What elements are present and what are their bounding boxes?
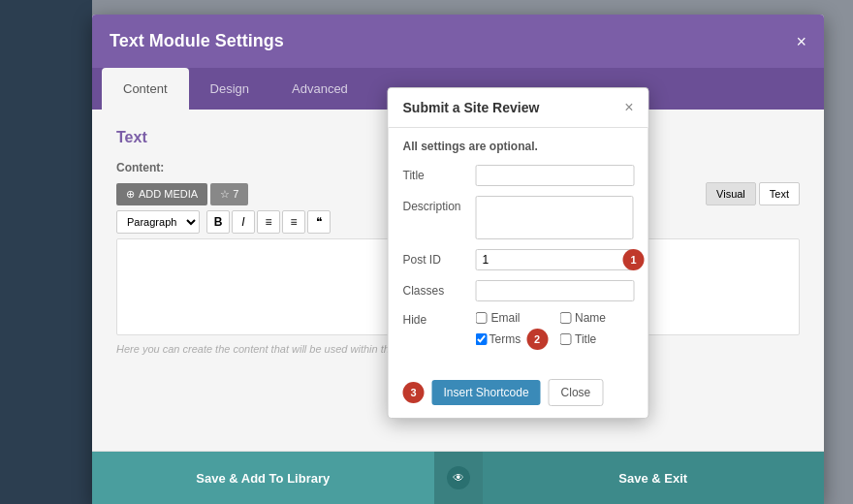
classes-field-row: Classes: [403, 280, 634, 301]
title-field-row: Title: [403, 165, 634, 186]
name-checkbox-label[interactable]: Name: [559, 311, 634, 325]
email-checkbox-label[interactable]: Email: [476, 311, 551, 325]
save-library-button[interactable]: Save & Add To Library: [92, 452, 434, 504]
bold-button[interactable]: B: [206, 210, 230, 234]
post-id-field-label: Post ID: [403, 249, 476, 267]
title-hide-checkbox[interactable]: [559, 333, 571, 345]
modal-close-button[interactable]: ×: [796, 33, 806, 50]
review-optional-text: All settings are optional.: [403, 140, 634, 153]
insert-shortcode-button[interactable]: Insert Shortcode: [432, 380, 541, 405]
footer-divider: 👁: [434, 452, 483, 504]
review-dialog-body: All settings are optional. Title Descrip…: [389, 128, 648, 371]
post-id-wrapper: 1: [476, 249, 634, 270]
review-dialog-close-button[interactable]: ×: [624, 100, 633, 115]
review-dialog-footer: 3 Insert Shortcode Close: [389, 371, 648, 418]
add-media-button[interactable]: ⊕ ADD MEDIA: [116, 183, 207, 205]
classes-input[interactable]: [476, 280, 635, 301]
description-input[interactable]: [476, 196, 634, 239]
align-button[interactable]: ≡: [257, 210, 280, 234]
paragraph-select[interactable]: Paragraph: [116, 210, 200, 234]
review-dialog-close-btn[interactable]: Close: [549, 379, 604, 406]
review-dialog: Submit a Site Review × All settings are …: [388, 87, 649, 419]
side-panel-left: [0, 0, 92, 504]
save-exit-button[interactable]: Save & Exit: [483, 452, 825, 504]
tab-design[interactable]: Design: [189, 68, 270, 110]
review-dialog-header: Submit a Site Review ×: [389, 88, 648, 128]
badge-3: 3: [403, 382, 425, 403]
badge-1: 1: [623, 249, 645, 270]
visual-view-button[interactable]: Visual: [706, 182, 756, 205]
description-field-row: Description: [403, 196, 634, 239]
title-input[interactable]: [476, 165, 635, 186]
post-id-field-row: Post ID 1: [403, 249, 634, 270]
modal-footer: Save & Add To Library 👁 Save & Exit: [92, 451, 824, 504]
list-button[interactable]: ≡: [282, 210, 305, 234]
tab-advanced[interactable]: Advanced: [270, 68, 369, 110]
star-button[interactable]: ☆ 7: [210, 183, 248, 205]
terms-checkbox[interactable]: [476, 333, 488, 345]
review-dialog-title: Submit a Site Review: [403, 100, 540, 115]
classes-field-label: Classes: [403, 280, 476, 298]
description-field-label: Description: [403, 196, 476, 213]
modal-header: Text Module Settings ×: [92, 15, 824, 68]
terms-checkbox-label[interactable]: Terms 2: [476, 329, 551, 350]
format-buttons: B I ≡ ≡ ❝: [206, 210, 331, 234]
hide-row: Hide Email Name Terms 2 Title: [403, 311, 634, 350]
media-icon: ⊕: [126, 188, 135, 201]
title-hide-checkbox-label[interactable]: Title: [559, 329, 634, 350]
tab-content[interactable]: Content: [102, 68, 189, 110]
modal-title: Text Module Settings: [110, 31, 284, 51]
badge-2: 2: [526, 329, 548, 350]
eye-icon: 👁: [447, 466, 470, 489]
name-checkbox[interactable]: [559, 312, 571, 324]
text-view-button[interactable]: Text: [759, 182, 800, 205]
hide-label: Hide: [403, 311, 476, 327]
title-field-label: Title: [403, 165, 476, 182]
italic-button[interactable]: I: [232, 210, 255, 234]
post-id-input[interactable]: [476, 249, 634, 270]
quote-button[interactable]: ❝: [307, 210, 331, 234]
hide-checkboxes: Email Name Terms 2 Title: [476, 311, 634, 350]
side-panel-right: [824, 0, 853, 504]
email-checkbox[interactable]: [476, 312, 488, 324]
